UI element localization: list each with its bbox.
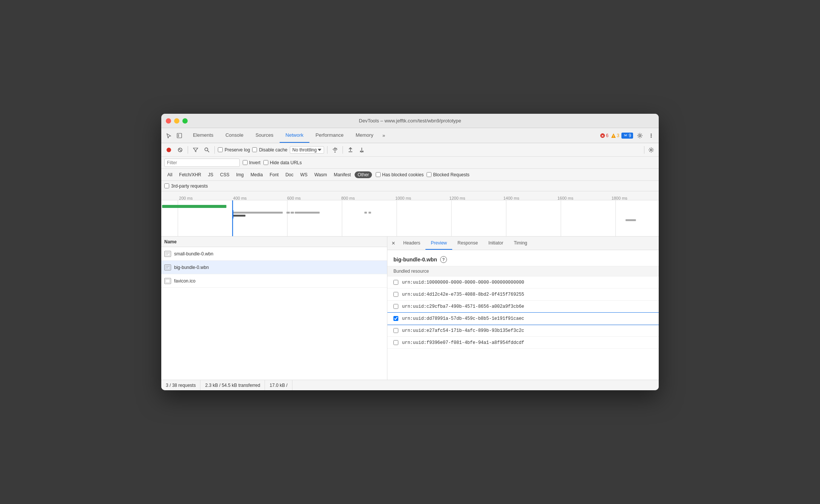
disable-cache-checkbox[interactable]: Disable cache — [252, 147, 287, 153]
blocked-cookies-checkbox[interactable]: Has blocked cookies — [376, 172, 424, 177]
tab-memory[interactable]: Memory — [350, 128, 379, 143]
inspect-icon[interactable] — [175, 131, 184, 140]
preview-tab-response[interactable]: Response — [452, 237, 483, 250]
type-filter-all[interactable]: All — [164, 171, 175, 178]
main-area: Name small-bundle-0.wbn big-bundle-0.wbn… — [161, 237, 659, 380]
window-title: DevTools – www.jefftk.com/test/wbn9/prot… — [359, 118, 461, 124]
ruler-mark-600: 600 ms — [287, 196, 301, 200]
type-filter-other[interactable]: Other — [355, 171, 372, 178]
request-item-big-bundle[interactable]: big-bundle-0.wbn — [161, 261, 387, 274]
help-icon[interactable]: ? — [440, 256, 447, 263]
svg-rect-37 — [165, 252, 170, 256]
resource-item-6[interactable]: urn:uuid:f9396e07-f081-4bfe-94a1-a8f954f… — [387, 337, 659, 349]
svg-rect-43 — [165, 279, 170, 283]
warn-badge[interactable]: ! 3 — [611, 133, 620, 138]
type-filter-css[interactable]: CSS — [217, 171, 233, 178]
preview-panel: × Headers Preview Response Initiator Tim… — [387, 237, 659, 380]
close-traffic-light[interactable] — [166, 118, 171, 124]
record-button[interactable] — [164, 145, 173, 154]
resource-item-2[interactable]: urn:uuid:4d12c42e-e735-4088-8bd2-0f415f7… — [387, 289, 659, 301]
preview-tab-headers[interactable]: Headers — [398, 237, 425, 250]
request-item-small-bundle[interactable]: small-bundle-0.wbn — [161, 247, 387, 261]
maximize-traffic-light[interactable] — [182, 118, 188, 124]
ruler-mark-1000: 1000 ms — [395, 196, 411, 200]
preview-close-button[interactable]: × — [389, 239, 398, 248]
download-icon[interactable] — [357, 145, 366, 154]
svg-point-6 — [639, 134, 641, 136]
cursor-icon[interactable] — [164, 131, 173, 140]
error-badge[interactable]: ✕ 6 — [600, 133, 609, 138]
preview-tab-bar: × Headers Preview Response Initiator Tim… — [387, 237, 659, 250]
svg-point-15 — [335, 148, 335, 148]
svg-point-13 — [205, 148, 208, 151]
type-filter-img[interactable]: Img — [233, 171, 247, 178]
filter-input[interactable] — [164, 159, 240, 167]
throttle-select[interactable]: No throttling — [290, 146, 324, 154]
tab-console[interactable]: Console — [219, 128, 249, 143]
svg-rect-0 — [177, 133, 182, 138]
svg-point-7 — [651, 133, 652, 134]
toolbar-separator-4 — [343, 146, 343, 154]
request-list: Name small-bundle-0.wbn big-bundle-0.wbn… — [161, 237, 387, 380]
tab-elements[interactable]: Elements — [187, 128, 219, 143]
tab-more[interactable]: » — [379, 128, 388, 143]
type-filter-wasm[interactable]: Wasm — [311, 171, 330, 178]
request-icon-small-bundle — [164, 251, 171, 257]
timeline-area: 200 ms 400 ms 600 ms 800 ms 1000 ms 1200… — [161, 191, 659, 237]
type-filter-js[interactable]: JS — [205, 171, 216, 178]
preview-tab-initiator[interactable]: Initiator — [483, 237, 508, 250]
resource-item-3[interactable]: urn:uuid:c29cfba7-490b-4571-8656-a002a9f… — [387, 301, 659, 313]
tabs-right-area: ✕ 6 ! 3 9 — [600, 131, 656, 140]
more-options-icon[interactable] — [647, 131, 656, 140]
hide-data-urls-checkbox[interactable]: Hide data URLs — [263, 160, 302, 165]
type-filter-manifest[interactable]: Manifest — [331, 171, 354, 178]
type-filter-doc[interactable]: Doc — [282, 171, 296, 178]
resource-item-1[interactable]: urn:uuid:10000000-0000-0000-0000-0000000… — [387, 276, 659, 289]
timeline-content — [161, 200, 659, 237]
wifi-icon[interactable] — [330, 145, 340, 154]
type-filter-font[interactable]: Font — [266, 171, 281, 178]
svg-rect-29 — [233, 215, 245, 217]
invert-checkbox[interactable]: Invert — [243, 160, 260, 165]
svg-text:✕: ✕ — [601, 134, 604, 138]
settings-icon[interactable] — [635, 131, 644, 140]
upload-icon[interactable] — [346, 145, 355, 154]
devtools-tab-bar: Elements Console Sources Network Perform… — [161, 128, 659, 143]
toolbar-separator-1 — [188, 146, 188, 154]
type-filter-media[interactable]: Media — [248, 171, 266, 178]
request-item-favicon[interactable]: favicon.ico — [161, 274, 387, 288]
svg-line-12 — [179, 149, 181, 151]
traffic-lights — [166, 118, 188, 124]
preview-tab-timing[interactable]: Timing — [508, 237, 532, 250]
svg-point-10 — [167, 148, 171, 152]
preserve-log-checkbox[interactable]: Preserve log — [218, 147, 250, 153]
type-filter-ws[interactable]: WS — [297, 171, 311, 178]
ruler-mark-1800: 1800 ms — [612, 196, 627, 200]
status-size: 17.0 kB / — [265, 380, 292, 390]
network-settings-icon[interactable] — [647, 145, 656, 154]
ruler-mark-1600: 1600 ms — [557, 196, 573, 200]
message-badge[interactable]: 9 — [621, 133, 633, 139]
preview-tab-preview[interactable]: Preview — [425, 237, 452, 250]
tab-sources[interactable]: Sources — [249, 128, 280, 143]
svg-rect-30 — [286, 212, 290, 214]
tab-performance[interactable]: Performance — [309, 128, 349, 143]
tab-network[interactable]: Network — [280, 128, 310, 143]
devtools-window: DevTools – www.jefftk.com/test/wbn9/prot… — [161, 114, 659, 390]
resource-item-4[interactable]: urn:uuid:dd78991a-57db-459c-b8b5-1e191f9… — [387, 313, 659, 325]
svg-rect-33 — [364, 212, 367, 214]
resource-item-5[interactable]: urn:uuid:e27afc54-171b-4afc-899b-93b135e… — [387, 325, 659, 337]
blocked-requests-checkbox[interactable]: Blocked Requests — [427, 172, 470, 177]
search-icon[interactable] — [202, 145, 211, 154]
clear-button[interactable] — [176, 145, 185, 154]
svg-point-16 — [650, 149, 652, 151]
third-party-checkbox[interactable]: 3rd-party requests — [164, 183, 208, 189]
toolbar-separator-2 — [214, 146, 215, 154]
toolbar-separator-3 — [327, 146, 327, 154]
type-filter-fetch-xhr[interactable]: Fetch/XHR — [176, 171, 204, 178]
toolbar-separator-5 — [644, 146, 644, 154]
filter-icon[interactable] — [191, 145, 200, 154]
ruler-mark-800: 800 ms — [341, 196, 355, 200]
minimize-traffic-light[interactable] — [174, 118, 179, 124]
type-filter-bar: All Fetch/XHR JS CSS Img Media Font Doc … — [161, 169, 659, 181]
